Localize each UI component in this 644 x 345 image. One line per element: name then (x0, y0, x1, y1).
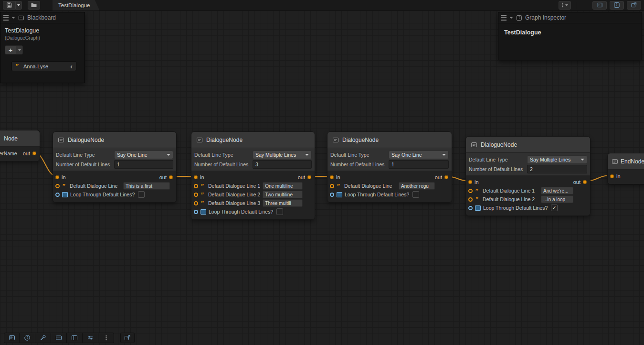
line-port[interactable] (194, 201, 198, 205)
dialogue-line-input[interactable]: And we're... (541, 187, 573, 194)
window-button[interactable] (51, 333, 67, 343)
more-options-button[interactable] (98, 333, 114, 343)
blackboard-field[interactable]: Anna-Lyse (11, 61, 76, 71)
blackboard-toggle-icon (596, 2, 603, 8)
panels-button[interactable] (67, 333, 83, 343)
line-port[interactable] (194, 193, 198, 197)
add-property-button[interactable]: + (5, 45, 16, 54)
out-port[interactable] (32, 151, 36, 155)
field-label: Default Line Type (469, 157, 525, 162)
blackboard-header[interactable]: Blackboard (0, 12, 84, 23)
node-header[interactable]: DialogueNode (191, 132, 315, 148)
port-row: Default Dialogue Line 1 And we're... (466, 186, 590, 195)
dialogue-node-2[interactable]: DialogueNode Default Line Type Say Multi… (191, 131, 315, 220)
blackboard-panel-button[interactable] (4, 333, 20, 343)
node-ports: in out Default Dialogue Line Another reg… (327, 171, 452, 202)
in-port[interactable] (610, 174, 614, 178)
loop-port[interactable] (330, 193, 334, 197)
port-row: Default Dialogue Line 1 One multiline (191, 182, 315, 190)
num-lines-input[interactable]: 2 (527, 165, 587, 173)
dialogue-line-input[interactable]: This is a first (123, 182, 170, 190)
node-title: DialogueNode (481, 141, 517, 148)
line-port[interactable] (468, 197, 473, 202)
loop-port[interactable] (468, 206, 473, 210)
port-label: Default Dialogue Line 1 (208, 183, 260, 189)
settings-sliders-button[interactable] (83, 333, 98, 343)
out-port[interactable] (169, 175, 173, 179)
panels-icon (71, 334, 78, 341)
dialogue-node-3[interactable]: DialogueNode Default Line Type Say One L… (327, 131, 452, 203)
inspector-panel-button[interactable] (20, 333, 35, 343)
num-lines-input[interactable]: 3 (253, 160, 312, 169)
graph-inspector-header[interactable]: Graph Inspector (498, 12, 642, 23)
collapse-arrow-icon[interactable] (11, 17, 15, 19)
add-property-dropdown[interactable] (16, 45, 23, 54)
node-header[interactable]: EndNode (608, 153, 644, 170)
loop-checkbox[interactable] (276, 208, 283, 215)
save-button[interactable] (3, 1, 15, 10)
num-lines-input[interactable]: 1 (389, 160, 449, 169)
dialogue-line-input[interactable]: Three multili (263, 199, 303, 207)
end-node[interactable]: EndNode in (607, 153, 644, 184)
dialogue-node-1[interactable]: DialogueNode Default Line Type Say One L… (53, 131, 177, 203)
in-port[interactable] (55, 175, 59, 179)
out-label: out (298, 174, 305, 180)
in-port[interactable] (330, 175, 334, 179)
line-port[interactable] (468, 189, 473, 193)
drag-handle-icon[interactable] (501, 15, 507, 21)
num-lines-input[interactable]: 1 (114, 160, 173, 169)
graph-tab[interactable]: TestDialogue (53, 0, 99, 11)
fullscreen-button[interactable] (120, 333, 135, 343)
line-type-dropdown[interactable]: Say Multiple Lines (253, 151, 312, 159)
node-header[interactable]: Node (0, 130, 40, 147)
blackboard-body: TestDialogue (DialogueGraph) + Anna-Lyse (0, 23, 84, 75)
out-port[interactable] (444, 175, 448, 179)
out-port[interactable] (583, 180, 587, 184)
toolbar-separator (576, 2, 576, 9)
line-type-dropdown[interactable]: Say One Line (114, 151, 173, 159)
blackboard-toggle-button[interactable] (592, 1, 607, 10)
node-ports: in out Default Dialogue Line 1 One multi… (191, 171, 315, 219)
drag-handle-icon[interactable] (3, 15, 9, 21)
chevron-left-icon[interactable] (70, 63, 73, 70)
end-node-icon (612, 158, 618, 165)
dialogue-line-input[interactable]: Another regu (399, 182, 435, 190)
port-label: Loop Through Default Lines? (345, 192, 409, 197)
line-type-dropdown[interactable]: Say One Line (389, 151, 449, 159)
loop-checkbox[interactable] (138, 191, 145, 198)
collapse-arrow-icon[interactable] (509, 17, 513, 19)
node-partial[interactable]: Node kerName out (0, 130, 40, 162)
node-header[interactable]: DialogueNode (327, 132, 452, 148)
loop-port[interactable] (55, 193, 60, 197)
node-header[interactable]: DialogueNode (53, 132, 176, 148)
dialogue-line-input[interactable]: One multiline (263, 182, 303, 190)
node-ports: in (608, 170, 644, 184)
line-port[interactable] (330, 184, 334, 188)
loop-checkbox[interactable]: ✓ (551, 205, 558, 211)
loop-checkbox[interactable] (412, 191, 419, 198)
node-header[interactable]: DialogueNode (466, 137, 590, 153)
chevron-down-icon (565, 4, 568, 6)
dialogue-line-input[interactable]: ...in a loop (541, 195, 573, 203)
loop-icon (62, 192, 68, 197)
dialogue-node-icon (471, 141, 477, 148)
dialogue-node-4[interactable]: DialogueNode Default Line Type Say Multi… (465, 136, 591, 216)
port-row: in out (327, 173, 452, 182)
preview-toggle-button[interactable] (627, 1, 641, 10)
dialogue-line-input[interactable]: Two multiline (263, 191, 303, 198)
out-port[interactable] (307, 175, 311, 179)
in-port[interactable] (468, 180, 472, 184)
inspector-toggle-button[interactable] (610, 1, 624, 10)
port-row: Default Dialogue Line 2 ...in a loop (466, 195, 590, 204)
line-port[interactable] (55, 184, 60, 188)
in-port[interactable] (194, 175, 198, 179)
overflow-menu-button[interactable] (559, 1, 571, 10)
node-fields: Default Line Type Say Multiple Lines Num… (466, 153, 590, 175)
wrench-icon (40, 334, 46, 341)
line-type-dropdown[interactable]: Say Multiple Lines (527, 155, 587, 164)
open-folder-button[interactable] (28, 1, 40, 10)
line-port[interactable] (194, 184, 198, 188)
loop-port[interactable] (194, 210, 198, 214)
save-dropdown-button[interactable] (15, 1, 22, 10)
tools-button[interactable] (35, 333, 51, 343)
